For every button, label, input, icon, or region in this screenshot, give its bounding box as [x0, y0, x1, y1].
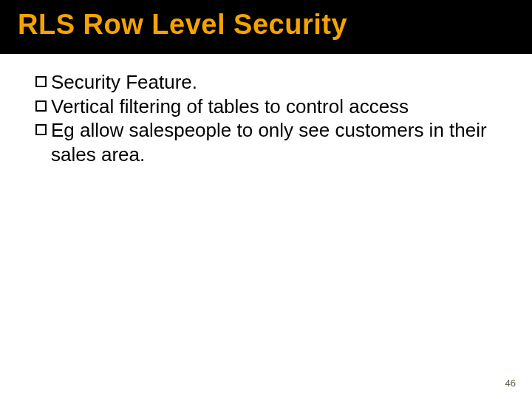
bullet-item: Security Feature.	[35, 70, 488, 95]
bullet-item: Eg allow salespeople to only see custome…	[35, 118, 488, 166]
slide-body: Security Feature. Vertical filtering of …	[0, 54, 532, 166]
square-bullet-icon	[35, 100, 47, 112]
bullet-text: Security Feature.	[51, 70, 488, 95]
square-bullet-icon	[35, 124, 47, 135]
bullet-text: Vertical filtering of tables to control …	[51, 95, 488, 119]
page-number: 46	[505, 378, 516, 389]
bullet-item: Vertical filtering of tables to control …	[35, 95, 488, 119]
square-bullet-icon	[35, 76, 47, 87]
slide-title: RLS Row Level Security	[18, 9, 514, 41]
bullet-text: Eg allow salespeople to only see custome…	[51, 118, 488, 166]
title-bar: RLS Row Level Security	[0, 0, 532, 54]
